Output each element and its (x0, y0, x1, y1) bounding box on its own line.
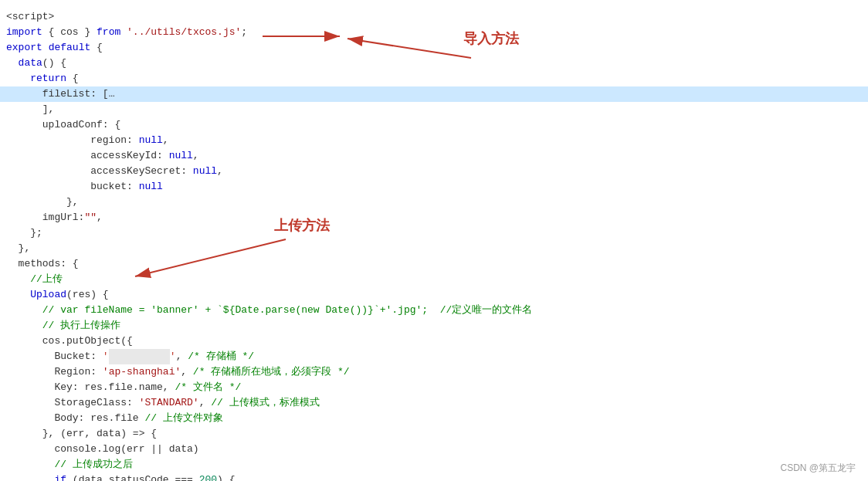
code-line-6: fileList: [… (0, 86, 868, 102)
code-line-9: region: null, (0, 133, 868, 148)
code-line-19: Upload(res) { (0, 287, 868, 303)
code-line-4: data() { (0, 56, 868, 71)
code-line-16: }, (0, 241, 868, 256)
code-line-31: if (data.statusCode === 200) { (0, 473, 868, 481)
code-line-2: import { cos } from '../utils/txcos.js'; (0, 25, 868, 40)
code-line-1: <script> (0, 9, 868, 25)
code-line-29: console.log(err || data) (0, 442, 868, 457)
code-line-11: accessKeySecret: null, (0, 164, 868, 179)
code-line-5: return { (0, 71, 868, 86)
code-line-28: }, (err, data) => { (0, 426, 868, 442)
code-line-23: Bucket: ' ', /* 存储桶 */ (0, 349, 868, 364)
code-line-21: // 执行上传操作 (0, 318, 868, 334)
code-line-18: //上传 (0, 272, 868, 287)
code-line-15: }; (0, 225, 868, 241)
code-line-14: imgUrl:"", (0, 210, 868, 225)
code-line-20: // var fileName = 'banner' + `${Date.par… (0, 303, 868, 318)
code-line-3: export default { (0, 40, 868, 56)
code-container: <script> import { cos } from '../utils/t… (0, 0, 868, 481)
code-line-7: ], (0, 102, 868, 117)
watermark: CSDN @第五龙宇 (780, 462, 856, 475)
code-line-12: bucket: null (0, 179, 868, 195)
code-line-13: }, (0, 195, 868, 210)
code-line-10: accessKeyId: null, (0, 148, 868, 164)
code-line-8: uploadConf: { (0, 117, 868, 133)
code-line-24: Region: 'ap-shanghai', /* 存储桶所在地域，必须字段 *… (0, 364, 868, 380)
code-line-17: methods: { (0, 256, 868, 272)
code-line-30: // 上传成功之后 (0, 457, 868, 473)
code-line-25: Key: res.file.name, /* 文件名 */ (0, 380, 868, 395)
code-line-26: StorageClass: 'STANDARD', // 上传模式，标准模式 (0, 395, 868, 411)
code-line-22: cos.putObject({ (0, 334, 868, 349)
code-line-27: Body: res.file // 上传文件对象 (0, 411, 868, 426)
